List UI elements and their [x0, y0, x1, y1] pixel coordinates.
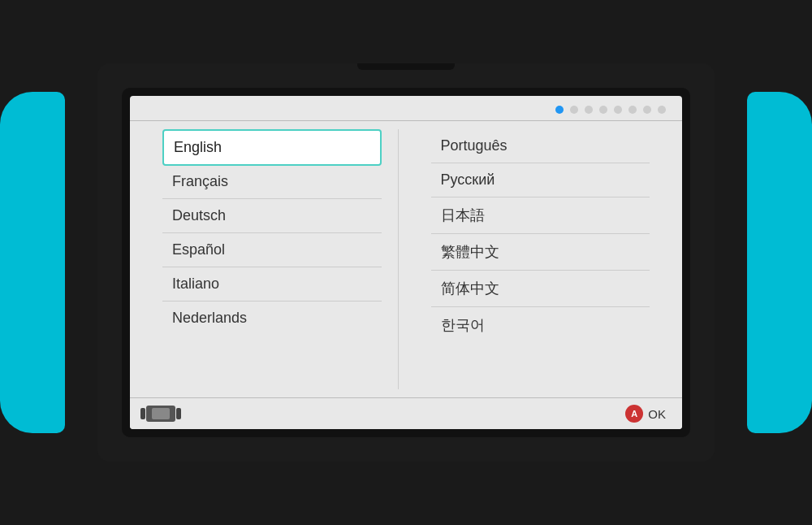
console-body: English Français Deutsch Español Italian [97, 63, 715, 462]
language-item-russian[interactable]: Русский [431, 163, 650, 197]
language-item-english[interactable]: English [162, 129, 382, 166]
language-column-left: English Français Deutsch Español Italian [162, 129, 399, 389]
bottom-bar: A OK [130, 397, 682, 429]
dot-8 [658, 106, 666, 114]
dot-6 [628, 106, 637, 114]
language-item-japanese[interactable]: 日本語 [431, 197, 650, 234]
language-item-traditional-chinese[interactable]: 繁體中文 [431, 234, 650, 271]
ok-label: OK [648, 407, 666, 421]
dot-1 [555, 106, 564, 114]
console-icon [146, 406, 175, 422]
pagination-dots [130, 96, 682, 120]
language-item-francais[interactable]: Français [162, 165, 382, 199]
switch-screen-icon [152, 408, 170, 419]
language-item-portugues[interactable]: Português [431, 129, 650, 163]
screen: English Français Deutsch Español Italian [130, 96, 682, 429]
language-item-simplified-chinese[interactable]: 简体中文 [431, 271, 650, 307]
language-column-right: Português Русский 日本語 繁體中文 简体中文 [399, 129, 650, 389]
dot-2 [570, 106, 578, 114]
top-notch [357, 63, 455, 70]
switch-icon-shape [146, 406, 175, 422]
language-item-espanol[interactable]: Español [162, 233, 382, 267]
joycon-right [747, 92, 812, 433]
language-item-nederlands[interactable]: Nederlands [162, 302, 382, 335]
dot-5 [614, 106, 622, 114]
dot-3 [585, 106, 593, 114]
language-item-korean[interactable]: 한국어 [431, 307, 650, 343]
joycon-left [0, 92, 65, 433]
language-area: English Français Deutsch Español Italian [130, 121, 682, 397]
a-button-icon: A [625, 405, 643, 423]
dot-7 [643, 106, 651, 114]
ok-button[interactable]: A OK [625, 405, 666, 423]
language-item-italiano[interactable]: Italiano [162, 267, 382, 302]
dot-4 [599, 106, 607, 114]
screen-bezel: English Français Deutsch Español Italian [122, 88, 690, 437]
language-item-deutsch[interactable]: Deutsch [162, 199, 382, 233]
console-frame: English Français Deutsch Español Italian [0, 0, 812, 525]
